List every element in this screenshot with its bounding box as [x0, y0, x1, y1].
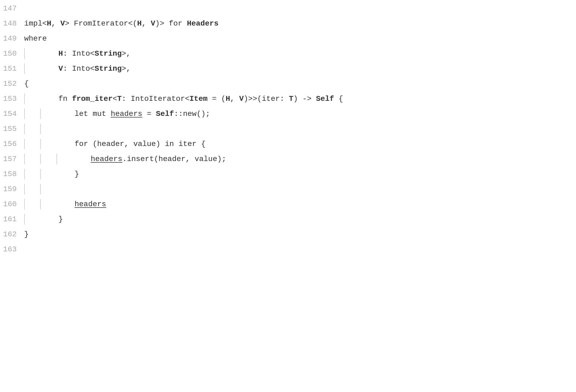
- code-line: 162}: [0, 229, 576, 244]
- token: [56, 200, 74, 208]
- indent-bar: ​: [40, 154, 41, 164]
- code-line: 150​ H: Into<String>,: [0, 48, 576, 63]
- indent-bar: ​: [24, 48, 25, 59]
- token: T: [117, 95, 122, 103]
- line-content: ​​ }: [24, 168, 576, 180]
- indent-bar: ​: [40, 124, 41, 134]
- code-line: 149where: [0, 33, 576, 48]
- line-content: ​​​ headers.insert(header, value);: [24, 153, 576, 165]
- line-number: 156: [0, 138, 24, 150]
- token: H: [137, 19, 142, 28]
- line-content: ​ H: Into<String>,: [24, 48, 576, 59]
- indent-bar: ​: [40, 139, 41, 149]
- line-content: ​​ let mut headers = Self::new();: [24, 108, 576, 120]
- code-line: 156​​ for (header, value) in iter {: [0, 138, 576, 153]
- indent-bar: ​: [24, 109, 25, 119]
- token: H: [58, 49, 63, 58]
- token: where: [24, 34, 47, 43]
- token: [40, 65, 58, 73]
- line-number: 158: [0, 168, 24, 180]
- code-line: 153​ fn from_iter<T: IntoIterator<Item =…: [0, 93, 576, 108]
- token: ) ->: [293, 95, 316, 103]
- token: <: [113, 95, 117, 103]
- line-number: 159: [0, 183, 24, 195]
- token: impl<: [24, 19, 47, 28]
- code-line: 158​​ }: [0, 168, 576, 183]
- line-number: 153: [0, 93, 24, 105]
- token: V: [151, 19, 155, 28]
- indent-bar: ​: [24, 63, 25, 74]
- line-content: ​​ for (header, value) in iter {: [24, 138, 576, 150]
- line-content: where: [24, 33, 576, 44]
- line-number: 150: [0, 48, 24, 59]
- token: ,: [51, 19, 61, 28]
- line-number: 148: [0, 18, 24, 29]
- indent-bar: ​: [24, 169, 25, 179]
- token: Headers: [187, 19, 219, 28]
- line-content: }: [24, 229, 576, 240]
- token: )>>(iter:: [244, 95, 289, 103]
- line-number: 161: [0, 213, 24, 225]
- token: Self: [156, 110, 174, 118]
- code-line: 163: [0, 244, 576, 259]
- token: }: [56, 170, 79, 178]
- token: ,: [230, 95, 239, 103]
- token: ,: [142, 19, 151, 28]
- line-number: 151: [0, 63, 24, 74]
- token: > FromIterator<(: [65, 19, 137, 28]
- token: : IntoIterator<: [122, 95, 189, 103]
- indent-bar: ​: [24, 199, 25, 209]
- token: : Into<: [63, 65, 95, 73]
- code-line: 147: [0, 3, 576, 18]
- line-number: 154: [0, 108, 24, 120]
- indent-bar: ​: [24, 94, 25, 104]
- indent-bar: ​: [40, 184, 41, 194]
- line-content: ​​: [24, 183, 576, 195]
- token: = (: [208, 95, 226, 103]
- indent-bar: ​: [24, 124, 25, 134]
- code-line: 159​​: [0, 183, 576, 198]
- line-number: 155: [0, 123, 24, 135]
- token: from_iter: [72, 95, 113, 103]
- token: V: [239, 95, 244, 103]
- line-number: 160: [0, 198, 24, 210]
- token: T: [289, 95, 293, 103]
- token: {: [334, 95, 343, 103]
- indent-bar: ​: [24, 184, 25, 194]
- line-number: 149: [0, 33, 24, 44]
- token: headers: [74, 200, 106, 208]
- indent-bar: ​: [40, 199, 41, 209]
- code-line: 157​​​ headers.insert(header, value);: [0, 153, 576, 168]
- token: )> for: [155, 19, 187, 28]
- line-content: {: [24, 78, 576, 90]
- token: V: [58, 65, 63, 73]
- indent-bar: ​: [24, 139, 25, 149]
- code-line: 160​​ headers: [0, 198, 576, 213]
- token: String: [95, 65, 122, 73]
- token: }: [24, 230, 29, 238]
- token: for (header, value) in iter {: [56, 140, 206, 148]
- line-content: ​​ headers: [24, 198, 576, 210]
- token: H: [47, 19, 51, 28]
- token: headers: [91, 155, 122, 163]
- code-line: 154​​ let mut headers = Self::new();: [0, 108, 576, 123]
- code-line: 152{: [0, 78, 576, 93]
- line-content: ​ }: [24, 213, 576, 225]
- token: >,: [122, 49, 131, 58]
- line-number: 157: [0, 153, 24, 165]
- code-view: 147148impl<H, V> FromIterator<(H, V)> fo…: [0, 0, 576, 392]
- token: Item: [190, 95, 208, 103]
- token: .insert(header, value);: [122, 155, 226, 163]
- line-content: ​​: [24, 123, 576, 135]
- token: V: [60, 19, 65, 28]
- indent-bar: ​: [56, 154, 57, 164]
- code-line: 151​ V: Into<String>,: [0, 63, 576, 78]
- code-line: 155​​: [0, 123, 576, 138]
- token: [73, 155, 91, 163]
- indent-bar: ​: [24, 154, 25, 164]
- line-content: ​ fn from_iter<T: IntoIterator<Item = (H…: [24, 93, 576, 105]
- token: }: [40, 215, 63, 223]
- indent-bar: ​: [40, 169, 41, 179]
- token: String: [95, 49, 122, 58]
- token: H: [226, 95, 230, 103]
